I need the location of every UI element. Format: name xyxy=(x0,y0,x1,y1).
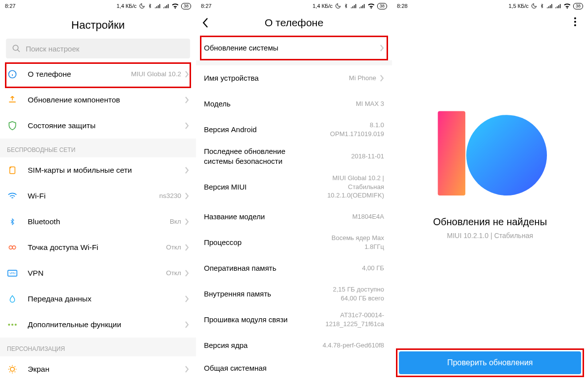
row-more[interactable]: Дополнительные функции xyxy=(0,312,196,338)
chevron-right-icon xyxy=(185,321,189,328)
svg-text:VPN: VPN xyxy=(9,272,15,275)
update-message: Обновления не найдены xyxy=(433,216,547,228)
battery-icon: 38 xyxy=(181,3,191,9)
drop-icon xyxy=(7,293,18,304)
wifi-icon xyxy=(564,3,571,9)
sim-icon xyxy=(7,165,18,176)
row-cpu[interactable]: Процессор Восемь ядер Max 1.8ГГц xyxy=(196,230,392,255)
chevron-right-icon xyxy=(185,366,189,373)
page-title: О телефоне xyxy=(216,17,372,29)
row-system-update[interactable]: Обновление системы xyxy=(196,36,392,60)
signal-icon xyxy=(547,3,553,8)
row-kernel[interactable]: Версия ядра 4.4.78-perf-Ged610f8 xyxy=(196,333,392,358)
divider xyxy=(196,60,392,65)
row-bluetooth[interactable]: Bluetooth Вкл xyxy=(0,209,196,235)
chevron-right-icon xyxy=(185,193,189,199)
search-placeholder: Поиск настроек xyxy=(26,45,79,53)
svg-point-4 xyxy=(12,246,16,249)
section-wireless: БЕСПРОВОДНЫЕ СЕТИ xyxy=(0,139,196,157)
row-secpatch[interactable]: Последнее обновление системы безопасност… xyxy=(196,143,392,170)
hotspot-icon xyxy=(7,242,18,253)
row-vpn[interactable]: VPN VPN Откл xyxy=(0,260,196,286)
update-icon xyxy=(7,95,18,105)
row-modelname[interactable]: Название модели M1804E4A xyxy=(196,204,392,230)
vpn-icon: VPN xyxy=(7,268,18,279)
svg-point-8 xyxy=(11,324,13,326)
signal-icon xyxy=(155,3,161,8)
chevron-right-icon xyxy=(185,97,189,103)
moon-icon xyxy=(139,3,145,9)
status-speed: 1,4 КБ/с xyxy=(116,3,137,9)
status-time: 8:28 xyxy=(397,3,407,9)
row-storage[interactable]: Внутренняя память 2,15 ГБ доступно 64,00… xyxy=(196,281,392,307)
row-about-phone[interactable]: О телефоне MIUI Global 10.2 xyxy=(0,61,196,87)
svg-point-3 xyxy=(9,246,12,249)
chevron-right-icon xyxy=(185,295,189,302)
row-model[interactable]: Модель MI MAX 3 xyxy=(196,91,392,117)
svg-point-12 xyxy=(466,115,547,195)
wifi-icon xyxy=(7,191,18,201)
status-speed: 1,4 КБ/с xyxy=(312,3,333,9)
row-sim[interactable]: SIM-карты и мобильные сети xyxy=(0,157,196,183)
battery-icon: 38 xyxy=(377,3,387,9)
row-miui[interactable]: Версия MIUI MIUI Global 10.2 | Стабильна… xyxy=(196,170,392,204)
signal-icon xyxy=(359,3,365,8)
row-device-name[interactable]: Имя устройства Mi Phone xyxy=(196,65,392,91)
status-time: 8:27 xyxy=(201,3,211,9)
status-bar: 8:27 1,4 КБ/с 38 xyxy=(0,0,196,12)
wifi-icon xyxy=(368,3,375,9)
more-icon xyxy=(7,319,18,330)
chevron-right-icon xyxy=(185,218,189,225)
moon-icon xyxy=(531,3,537,9)
svg-point-9 xyxy=(15,324,17,326)
svg-point-0 xyxy=(13,45,18,50)
update-version: MIUI 10.2.1.0 | Стабильная xyxy=(447,232,533,240)
row-components[interactable]: Обновление компонентов xyxy=(0,87,196,113)
back-button[interactable] xyxy=(202,17,216,28)
chevron-right-icon xyxy=(380,45,384,51)
section-personal: ПЕРСОНАЛИЗАЦИЯ xyxy=(0,338,196,356)
row-security[interactable]: Состояние защиты xyxy=(0,113,196,139)
row-data[interactable]: Передача данных xyxy=(0,286,196,312)
menu-button[interactable] xyxy=(569,16,581,28)
row-hotspot[interactable]: Точка доступа Wi-Fi Откл xyxy=(0,235,196,260)
status-bar: 8:28 1,5 КБ/с 38 xyxy=(392,0,588,12)
bluetooth-icon xyxy=(343,3,348,9)
check-updates-button[interactable]: Проверить обновления xyxy=(399,351,581,374)
row-ram[interactable]: Оперативная память 4,00 ГБ xyxy=(196,255,392,281)
status-speed: 1,5 КБ/с xyxy=(508,3,529,9)
row-android[interactable]: Версия Android 8.1.0 OPM1.171019.019 xyxy=(196,117,392,143)
search-icon xyxy=(12,44,21,53)
wifi-icon xyxy=(172,3,179,9)
search-input[interactable]: Поиск настроек xyxy=(6,39,190,58)
svg-point-7 xyxy=(8,324,10,326)
chevron-right-icon xyxy=(185,122,189,129)
signal-icon xyxy=(351,3,357,8)
info-icon xyxy=(7,69,18,80)
svg-rect-11 xyxy=(438,111,466,195)
bluetooth-icon xyxy=(7,216,18,227)
signal-icon xyxy=(163,3,169,8)
display-icon xyxy=(7,364,18,375)
shield-icon xyxy=(7,120,18,131)
row-wifi[interactable]: Wi-Fi ns3230 xyxy=(0,183,196,209)
row-baseband[interactable]: Прошивка модуля связи AT31c7-00014- 1218… xyxy=(196,307,392,333)
signal-icon xyxy=(555,3,561,8)
moon-icon xyxy=(335,3,341,9)
chevron-right-icon xyxy=(185,270,189,277)
row-display[interactable]: Экран xyxy=(0,356,196,382)
status-bar: 8:27 1,4 КБ/с 38 xyxy=(196,0,392,12)
chevron-right-icon xyxy=(380,75,384,82)
svg-point-10 xyxy=(10,367,14,371)
miui-logo xyxy=(433,103,547,197)
status-time: 8:27 xyxy=(5,3,15,9)
bluetooth-icon xyxy=(539,3,544,9)
chevron-right-icon xyxy=(185,244,189,251)
bluetooth-icon xyxy=(147,3,152,9)
chevron-right-icon xyxy=(185,71,189,78)
row-general[interactable]: Общая системная xyxy=(196,358,392,378)
battery-icon: 38 xyxy=(573,3,583,9)
page-title: Настройки xyxy=(0,12,196,39)
chevron-right-icon xyxy=(185,167,189,174)
